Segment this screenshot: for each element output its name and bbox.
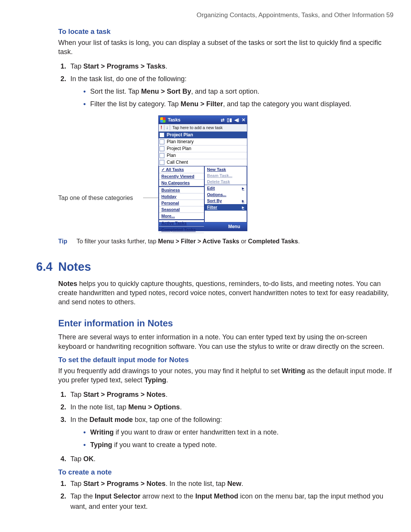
filter-item-active: Active Tasks (159, 219, 204, 227)
chevron-right-icon: ▸ (242, 205, 244, 210)
sort-arrow-icon: ↓ (164, 125, 170, 130)
create-step-1: Tap Start > Programs > Notes. In the not… (68, 479, 393, 489)
tip-row: Tip To filter your tasks further, tap Me… (58, 238, 393, 245)
heading-set-default-mode: To set the default input mode for Notes (58, 356, 393, 364)
section-number: 6.4 (36, 260, 58, 274)
setmode-intro: If you frequently add drawings to your n… (58, 366, 393, 385)
heading-locate-task: To locate a task (58, 27, 393, 36)
tip-text: To filter your tasks further, tap Menu >… (76, 238, 300, 245)
setmode-bullet-writing: Writing if you want to draw or enter han… (83, 427, 393, 438)
menu-edit: Edit▸ (205, 185, 247, 192)
notes-intro: Notes helps you to quickly capture thoug… (58, 279, 393, 307)
device-titlebar: Tasks ⇄ ▯▮ ◀׀ ✕ (159, 116, 247, 124)
task-row: Plan (159, 152, 247, 159)
setmode-step-3: In the Default mode box, tap one of the … (68, 415, 393, 450)
task-row: Project Plan (159, 145, 247, 152)
tasks-screenshot-figure: Tap one of these categories Tasks ⇄ ▯▮ ◀… (58, 115, 393, 231)
locate-intro: When your list of tasks is long, you can… (58, 38, 393, 57)
setmode-steps: Tap Start > Programs > Notes. In the not… (68, 390, 393, 464)
locate-steps: Tap Start > Programs > Tasks. In the tas… (68, 61, 393, 109)
locate-bullet-filter: Filter the list by category. Tap Menu > … (83, 99, 393, 109)
filter-item-personal: Personal (159, 200, 204, 206)
filter-item-holiday: Holiday (159, 193, 204, 200)
running-header: Organizing Contacts, Appointments, Tasks… (36, 11, 393, 19)
section-header: 6.4 Notes (36, 260, 393, 274)
menu-sortby: Sort By▸ (205, 198, 247, 204)
chevron-right-icon: ▸ (242, 198, 244, 203)
windows-icon (160, 117, 166, 123)
setmode-bullet-typing: Typing if you want to create a typed not… (83, 440, 393, 450)
main-menu: New Task Beam Task... Delete Task Edit▸ … (204, 166, 247, 222)
tip-label: Tip (58, 238, 76, 245)
priority-icon: ! (159, 125, 164, 130)
menu-options: Options... (205, 192, 247, 198)
locate-bullet-sort: Sort the list. Tap Menu > Sort By, and t… (83, 86, 393, 97)
task-row: Call Chent (159, 159, 247, 166)
signal-icon: ▯▮ (227, 117, 232, 123)
task-row: Plan Itinerary (159, 139, 247, 145)
locate-step-1: Tap Start > Programs > Tasks. (68, 61, 393, 72)
filter-item-completed: Completed Tasks (159, 227, 204, 233)
task-row: Project Plan (159, 132, 247, 139)
checkbox-icon (159, 133, 164, 137)
callout-leader-line (143, 198, 158, 198)
new-task-input-row: ! ↓ Tap here to add a new task (159, 124, 247, 132)
menu-filter: Filter▸ (205, 204, 247, 211)
device-frame: Tasks ⇄ ▯▮ ◀׀ ✕ ! ↓ Tap here to add a ne… (158, 115, 247, 231)
locate-step-2: In the task list, do one of the followin… (68, 74, 393, 109)
menu-new-task: New Task (205, 166, 247, 173)
filter-item-recent: Recently Viewed (159, 173, 204, 180)
device-title: Tasks (168, 117, 180, 123)
sync-icon: ⇄ (221, 117, 225, 123)
menu-softkey: Menu (228, 224, 240, 229)
filter-menu: All Tasks Recently Viewed No Categories … (159, 166, 204, 222)
setmode-step-2: In the note list, tap Menu > Options. (68, 402, 393, 412)
filter-item-business: Business (159, 186, 204, 193)
speaker-icon: ◀׀ (234, 117, 239, 123)
enter-info-body: There are several ways to enter informat… (58, 332, 393, 351)
section-title: Notes (58, 260, 91, 274)
heading-enter-info: Enter information in Notes (58, 318, 393, 329)
figure-callout: Tap one of these categories (58, 195, 143, 201)
menu-delete: Delete Task (205, 179, 247, 185)
status-icons: ⇄ ▯▮ ◀׀ ✕ (221, 117, 245, 123)
filter-item-seasonal: Seasonal (159, 206, 204, 213)
filter-item-all: All Tasks (159, 166, 204, 173)
create-steps: Tap Start > Programs > Notes. In the not… (68, 479, 393, 512)
close-icon: ✕ (242, 117, 245, 123)
new-task-placeholder: Tap here to add a new task (170, 125, 223, 130)
menu-beam: Beam Task... (205, 173, 247, 179)
filter-item-nocat: No Categories (159, 180, 204, 186)
heading-create-note: To create a note (58, 468, 393, 476)
setmode-step-4: Tap OK. (68, 454, 393, 464)
chevron-right-icon: ▸ (242, 186, 244, 191)
create-step-2: Tap the Input Selector arrow next to the… (68, 491, 393, 512)
setmode-step-1: Tap Start > Programs > Notes. (68, 390, 393, 400)
filter-item-more: More... (159, 213, 204, 219)
